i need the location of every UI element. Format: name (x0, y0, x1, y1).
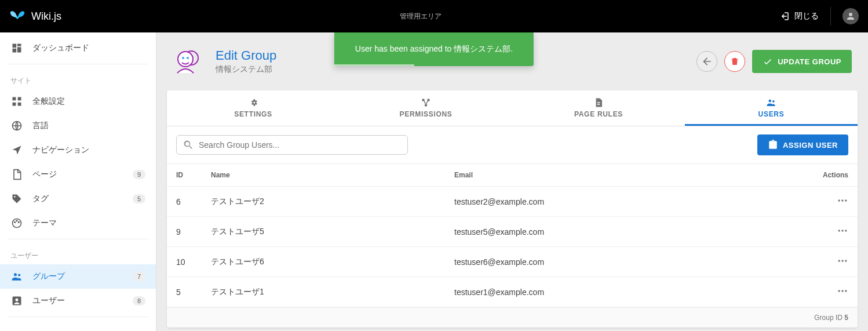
cell-name: テストユーザ2 (202, 187, 445, 217)
cell-id: 6 (167, 187, 202, 217)
search-wrap[interactable] (176, 135, 408, 155)
th-name[interactable]: Name (202, 164, 445, 187)
toast-success: User has been assigned to 情報システム部. (334, 32, 534, 66)
close-button[interactable]: 閉じる (779, 11, 819, 21)
globe-icon (10, 119, 23, 132)
avatar[interactable] (843, 8, 859, 24)
close-label: 閉じる (794, 11, 819, 21)
cell-email: testuser5@example.com (445, 217, 805, 247)
row-menu-button[interactable] (837, 195, 848, 206)
tab-label: PERMISSIONS (399, 110, 452, 118)
tab-page-rules[interactable]: PAGE RULES (512, 90, 685, 126)
update-group-button[interactable]: UPDATE GROUP (752, 50, 852, 73)
svg-point-20 (841, 199, 843, 201)
assign-user-button[interactable]: ASSIGN USER (757, 134, 848, 155)
tab-users[interactable]: USERS (685, 90, 858, 126)
delete-button[interactable] (724, 51, 745, 72)
toast-progress (334, 64, 414, 66)
user-icon (10, 294, 23, 307)
th-email[interactable]: Email (445, 164, 805, 187)
page-rules-icon (593, 97, 604, 108)
svg-point-6 (14, 273, 17, 276)
cell-actions (805, 187, 858, 217)
tab-label: SETTINGS (234, 110, 272, 118)
trash-icon (730, 56, 740, 67)
area-label: 管理用エリア (61, 12, 779, 21)
sidebar-badge: 9 (133, 170, 145, 179)
tab-settings[interactable]: SETTINGS (167, 90, 340, 126)
sidebar-item-label: テーマ (32, 218, 145, 228)
page-icon (10, 168, 23, 181)
sidebar-item-theme[interactable]: テーマ (0, 211, 156, 235)
more-horizontal-icon (837, 195, 848, 206)
svg-point-23 (841, 230, 843, 231)
main: Edit Group 情報システム部 UPDATE GROUP (156, 32, 868, 331)
tab-permissions[interactable]: PERMISSIONS (340, 90, 512, 126)
card-footer: Group ID 5 (167, 307, 858, 328)
row-menu-button[interactable] (837, 255, 848, 267)
groups-icon (10, 270, 23, 283)
cell-email: testuser1@example.com (445, 277, 805, 307)
divider (8, 317, 148, 317)
users-card: SETTINGS PERMISSIONS PAGE RULES USERS (167, 90, 858, 328)
logo[interactable]: Wiki.js (9, 10, 61, 23)
sidebar-item-general[interactable]: 全般設定 (0, 89, 156, 114)
row-menu-button[interactable] (837, 285, 848, 297)
tab-label: PAGE RULES (574, 110, 623, 118)
cell-actions (805, 247, 858, 277)
sidebar-section-module: モジュール (0, 321, 156, 331)
cell-name: テストユーザ5 (202, 217, 445, 247)
table-row[interactable]: 6テストユーザ2testuser2@example.com (167, 187, 858, 217)
sidebar-item-label: グループ (32, 271, 123, 282)
sidebar-item-label: ページ (32, 169, 123, 180)
table-row[interactable]: 9テストユーザ5testuser5@example.com (167, 217, 858, 247)
sidebar-item-label: ナビゲーション (32, 145, 145, 155)
sidebar-item-label: 全般設定 (32, 96, 145, 107)
cell-actions (805, 277, 858, 307)
sidebar-item-tags[interactable]: タグ 5 (0, 187, 156, 211)
svg-point-30 (845, 290, 847, 292)
group-id-value: 5 (844, 314, 848, 322)
svg-point-9 (16, 299, 19, 301)
cell-id: 10 (167, 247, 202, 277)
palette-icon (10, 217, 23, 230)
topbar: Wiki.js 管理用エリア 閉じる (0, 0, 868, 32)
cell-name: テストユーザ6 (202, 247, 445, 277)
divider (8, 239, 148, 239)
svg-point-26 (841, 260, 843, 261)
users-table: ID Name Email Actions 6テストユーザ2testuser2@… (167, 164, 858, 307)
sidebar-item-label: ダッシュボード (32, 43, 145, 53)
sidebar-item-groups[interactable]: グループ 7 (0, 264, 156, 289)
sidebar-item-language[interactable]: 言語 (0, 114, 156, 138)
app-name: Wiki.js (31, 10, 61, 23)
check-icon (763, 56, 773, 67)
navigation-icon (10, 144, 23, 157)
sidebar: ダッシュボード サイト 全般設定 言語 ナビゲーション ページ 9 タグ 5 テ (0, 32, 156, 331)
assign-button-label: ASSIGN USER (783, 141, 838, 150)
svg-point-12 (182, 57, 184, 59)
back-button[interactable] (696, 51, 717, 72)
permissions-icon (421, 97, 431, 108)
settings-icon (248, 97, 258, 108)
sidebar-item-label: ユーザー (32, 296, 123, 306)
cell-name: テストユーザ1 (202, 277, 445, 307)
sidebar-item-label: 言語 (32, 121, 145, 131)
th-id[interactable]: ID (167, 164, 202, 187)
svg-point-19 (838, 199, 840, 201)
sidebar-item-navigation[interactable]: ナビゲーション (0, 138, 156, 162)
search-icon (183, 139, 194, 151)
sidebar-item-label: タグ (32, 194, 123, 204)
search-input[interactable] (199, 140, 402, 150)
svg-point-1 (14, 196, 16, 198)
table-row[interactable]: 5テストユーザ1testuser1@example.com (167, 277, 858, 307)
sidebar-item-pages[interactable]: ページ 9 (0, 162, 156, 187)
row-menu-button[interactable] (837, 225, 848, 237)
table-row[interactable]: 10テストユーザ6testuser6@example.com (167, 247, 858, 277)
sidebar-item-users[interactable]: ユーザー 8 (0, 289, 156, 313)
sidebar-item-dashboard[interactable]: ダッシュボード (0, 36, 156, 60)
tag-icon (10, 192, 23, 205)
sidebar-section-user: ユーザー (0, 243, 156, 264)
more-horizontal-icon (837, 225, 848, 237)
cell-id: 5 (167, 277, 202, 307)
update-button-label: UPDATE GROUP (778, 57, 841, 66)
